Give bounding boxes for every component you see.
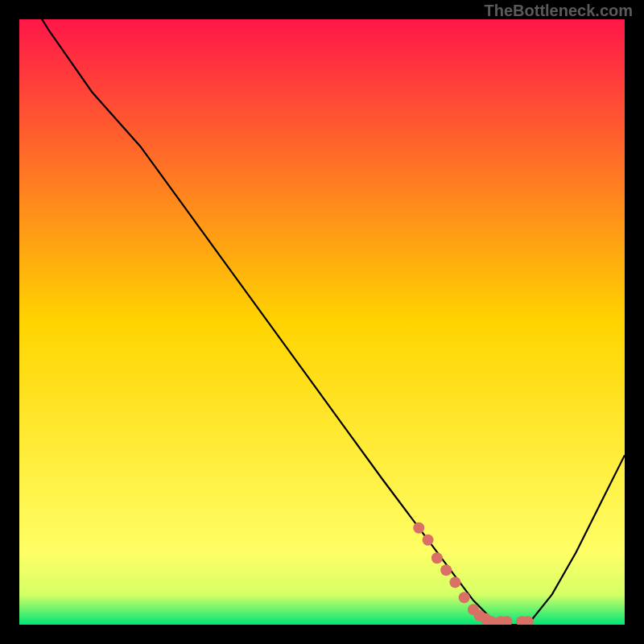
highlight-dot — [449, 576, 460, 588]
watermark-text: TheBottleneck.com — [485, 2, 633, 20]
highlight-dot — [440, 564, 452, 576]
highlight-dot — [413, 522, 424, 534]
chart-container — [19, 19, 625, 625]
chart-svg — [19, 19, 625, 625]
highlight-dot — [431, 552, 443, 564]
highlight-dot — [459, 592, 470, 603]
highlight-dot — [423, 535, 434, 546]
chart-background — [19, 19, 625, 625]
